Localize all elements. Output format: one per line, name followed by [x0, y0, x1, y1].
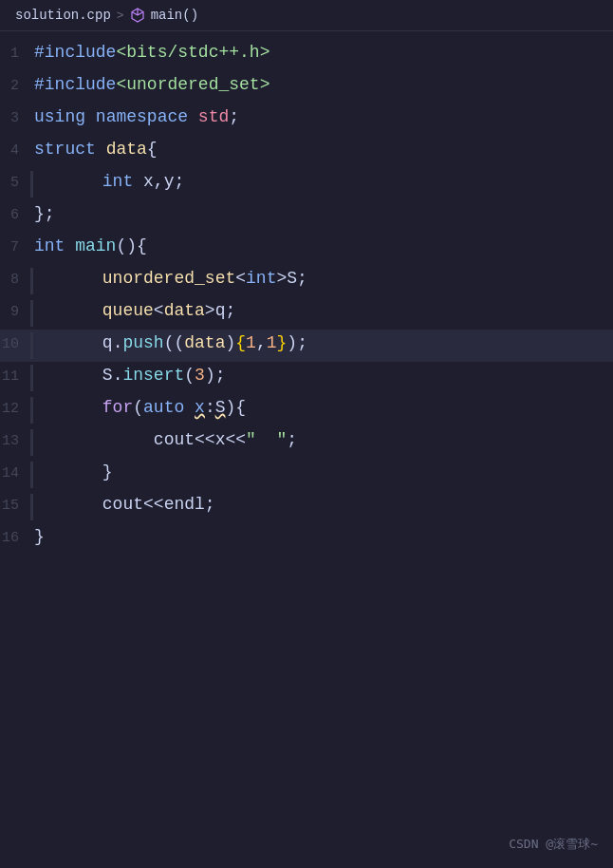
token-var: S [287, 269, 297, 288]
code-line: 16} [0, 523, 613, 556]
token-punct: < [235, 269, 246, 288]
token-punct: ; [205, 495, 215, 514]
line-number: 15 [0, 495, 30, 518]
code-text: for(auto x:S){ [37, 394, 613, 422]
token-var: cout [154, 430, 195, 449]
code-line: 1#include<bits/stdc++.h> [0, 39, 613, 71]
token-var: x [215, 430, 226, 449]
token-punct: (){ [116, 236, 146, 255]
editor-window: solution.cpp > main() 1#include<bits/std… [0, 0, 613, 868]
token-var: cout [102, 495, 143, 514]
line-number: 16 [0, 527, 30, 550]
code-line: 9 queue<data>q; [0, 297, 613, 330]
code-text: } [37, 459, 613, 486]
token-preprocessor: #include [34, 43, 116, 62]
token-kw: namespace [96, 107, 188, 126]
breadcrumb-separator: > [117, 9, 124, 23]
token-sp [85, 107, 96, 126]
token-kw: struct [34, 140, 96, 159]
watermark: CSDN @滚雪球~ [509, 836, 598, 853]
token-kw: int [34, 236, 65, 255]
token-punct: ; [297, 269, 307, 288]
line-number: 3 [0, 107, 30, 130]
token-brace_hl: { [235, 333, 246, 352]
code-line: 6}; [0, 200, 613, 233]
code-line: 10 q.push((data){1,1}); [0, 330, 613, 362]
code-text: struct data{ [30, 136, 613, 163]
line-number: 11 [0, 366, 30, 388]
token-punct: > [205, 301, 215, 320]
token-std: std [198, 107, 229, 126]
token-sp [65, 236, 75, 255]
code-line: 7int main(){ [0, 233, 613, 265]
token-punct: > [276, 269, 287, 288]
code-text: unordered_set<int>S; [37, 265, 613, 292]
code-text: cout<<endl; [37, 491, 613, 519]
token-var: S [102, 366, 113, 385]
code-line: 15 cout<<endl; [0, 491, 613, 523]
line-number: 6 [0, 204, 30, 227]
token-sp [184, 398, 195, 417]
code-line: 5 int x,y; [0, 168, 613, 200]
token-type: data [164, 301, 205, 320]
token-punct: ){ [226, 398, 247, 417]
line-number: 7 [0, 236, 30, 259]
code-line: 13 cout<<x<<" "; [0, 426, 613, 459]
code-line: 4struct data{ [0, 136, 613, 168]
code-text: int main(){ [30, 233, 613, 260]
token-num: 1 [246, 333, 256, 352]
code-text: cout<<x<<" "; [37, 426, 613, 454]
token-punct: : [205, 398, 215, 417]
code-line: 11 S.insert(3); [0, 362, 613, 394]
token-punct: ; [225, 301, 235, 320]
line-number: 4 [0, 140, 30, 162]
token-punct: ); [287, 333, 307, 352]
code-text: q.push((data){1,1}); [37, 330, 613, 357]
token-punct: ( [133, 398, 143, 417]
token-var: q [102, 333, 113, 352]
code-text: #include<bits/stdc++.h> [30, 39, 613, 66]
code-text: queue<data>q; [37, 297, 613, 325]
code-text: }; [30, 200, 613, 228]
line-number: 8 [0, 269, 30, 292]
indent-guide [30, 332, 33, 359]
token-punct: ; [229, 107, 239, 126]
token-kw_for: for [102, 398, 133, 417]
token-func: main [75, 236, 116, 255]
token-punct: , [256, 333, 267, 352]
token-punct: << [195, 430, 215, 449]
indent-guide [30, 462, 33, 488]
token-punct: } [34, 527, 45, 546]
code-text: #include<unordered_set> [30, 71, 613, 99]
token-punct: ( [184, 366, 195, 385]
token-kw: int [246, 269, 276, 288]
token-type: unordered_set [102, 269, 235, 288]
line-number: 14 [0, 462, 30, 485]
token-preprocessor: #include [34, 75, 116, 94]
token-punct: < [154, 301, 164, 320]
token-var: q [215, 301, 226, 320]
token-header_file: <bits/stdc++.h> [116, 43, 269, 62]
indent-guide [30, 300, 33, 327]
indent-guide [30, 429, 33, 456]
token-punct: }; [34, 204, 55, 223]
line-number: 9 [0, 301, 30, 324]
code-text: int x,y; [37, 168, 613, 196]
token-func: push [122, 333, 163, 352]
token-punct: { [147, 140, 158, 159]
token-punct: << [143, 495, 164, 514]
token-punct: ) [225, 333, 235, 352]
token-punct: } [102, 462, 113, 481]
token-func: insert [122, 366, 184, 385]
token-var: endl [164, 495, 205, 514]
token-sp [133, 172, 143, 191]
code-line: 8 unordered_set<int>S; [0, 265, 613, 297]
code-editor: 1#include<bits/stdc++.h>2#include<unorde… [0, 31, 613, 563]
token-brace_hl: } [277, 333, 288, 352]
line-number: 13 [0, 430, 30, 453]
token-sp [188, 107, 198, 126]
line-number: 2 [0, 75, 30, 98]
line-number: 12 [0, 398, 30, 421]
line-number: 1 [0, 43, 30, 66]
token-str: " " [246, 430, 287, 449]
